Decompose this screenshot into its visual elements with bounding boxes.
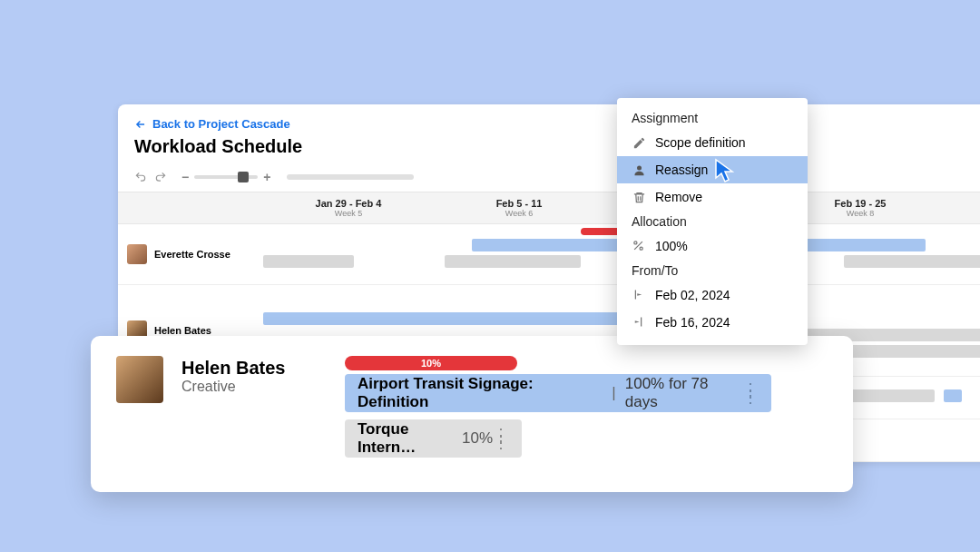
task-bar[interactable]	[944, 389, 962, 402]
cursor-icon	[714, 158, 736, 187]
menu-date-from[interactable]: Feb 02, 2024	[617, 281, 808, 309]
week-column: Jan 29 - Feb 4 Week 5	[263, 192, 434, 223]
overallocation-badge: 10%	[345, 356, 517, 370]
menu-date-to[interactable]: Feb 16, 2024	[617, 309, 808, 336]
context-menu: Assignment Scope definition Reassign Rem…	[617, 98, 808, 345]
menu-item-scope[interactable]: Scope definition	[617, 129, 808, 156]
zoom-control[interactable]: − +	[181, 170, 270, 184]
resource-row: Everette Crosse	[118, 224, 980, 285]
person-icon	[632, 163, 646, 177]
zoom-slider[interactable]	[194, 175, 258, 179]
trash-icon	[632, 190, 646, 204]
avatar	[127, 244, 147, 264]
task-pill[interactable]: Airport Transit Signage: Definition | 10…	[345, 374, 771, 412]
svg-point-0	[637, 165, 642, 170]
zoom-in-icon[interactable]: +	[263, 170, 270, 184]
menu-item-remove[interactable]: Remove	[617, 183, 808, 211]
arrow-left-icon	[134, 118, 147, 131]
back-link[interactable]: Back to Project Cascade	[118, 104, 980, 136]
avatar	[116, 356, 163, 403]
timeline-header: Jan 29 - Feb 4 Week 5 Feb 5 - 11 Week 6 …	[118, 192, 980, 224]
menu-allocation-value[interactable]: 100%	[617, 232, 808, 260]
svg-point-1	[634, 242, 637, 244]
pencil-icon	[632, 135, 646, 150]
drag-handle-icon[interactable]: ⋮⋮	[493, 431, 509, 446]
page-title: Workload Schedule	[118, 136, 980, 166]
timeline-minimap[interactable]	[287, 174, 414, 180]
start-date-icon	[632, 288, 646, 302]
resource-detail-card: Helen Bates Creative 10% Airport Transit…	[91, 336, 853, 492]
undo-icon[interactable]	[134, 171, 147, 183]
task-meta: 10%	[462, 429, 493, 448]
detail-name: Helen Bates	[181, 358, 327, 379]
toolbar: − +	[118, 166, 980, 192]
task-title: Airport Transit Signage: Definition	[358, 375, 603, 411]
back-link-label: Back to Project Cascade	[152, 117, 290, 131]
week-column: Feb 26 - Mar 3 Week 9	[946, 192, 980, 223]
percent-icon	[632, 239, 646, 253]
menu-section-allocation: Allocation	[617, 211, 808, 232]
svg-point-2	[640, 247, 642, 250]
task-pill[interactable]: Torque Intern… 10% ⋮⋮	[345, 419, 522, 458]
detail-role: Creative	[181, 379, 327, 395]
task-bar[interactable]	[844, 255, 980, 268]
drag-handle-icon[interactable]: ⋮⋮	[742, 386, 759, 400]
redo-icon[interactable]	[154, 171, 167, 183]
menu-item-reassign[interactable]: Reassign	[617, 156, 808, 183]
week-column: Feb 5 - 11 Week 6	[434, 192, 604, 223]
menu-section-assignment: Assignment	[617, 107, 808, 129]
resource-label[interactable]: Everette Crosse	[118, 224, 263, 284]
task-bar[interactable]	[263, 255, 354, 268]
task-meta: 100% for 78 days	[625, 375, 742, 411]
end-date-icon	[632, 315, 646, 330]
task-title: Torque Intern…	[358, 420, 456, 457]
zoom-out-icon[interactable]: −	[181, 170, 189, 184]
task-bar[interactable]	[445, 255, 581, 268]
menu-section-fromto: From/To	[617, 260, 808, 281]
